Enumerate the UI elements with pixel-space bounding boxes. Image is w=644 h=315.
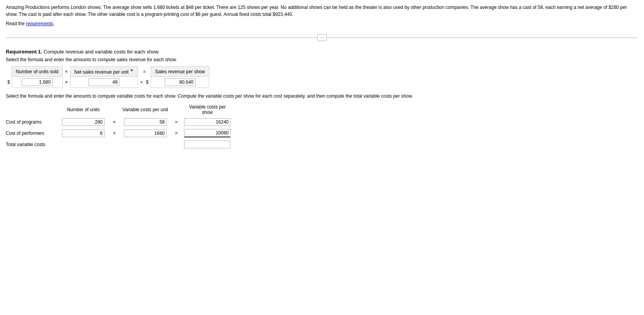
requirements-link[interactable]: requirements <box>26 21 53 26</box>
var-cost-cell <box>118 117 172 127</box>
intro-paragraph: Amazing Productions performs London show… <box>6 4 638 18</box>
rev-col2-header: Net sales revenue per unit ▼ <box>70 67 138 77</box>
rev-eq: = <box>138 67 151 77</box>
rev-result-input[interactable] <box>165 78 196 86</box>
var-operator: × <box>110 117 118 127</box>
var-units-input[interactable] <box>62 129 105 137</box>
var-row-label: Total variable costs <box>6 139 56 150</box>
link-suffix: . <box>53 21 54 26</box>
var-result-cell <box>180 117 234 127</box>
rev-equals-sign: = <box>140 79 143 85</box>
var-result-cell <box>180 139 234 150</box>
var-result-input[interactable] <box>184 141 231 148</box>
rev-col1-header: Number of units sold <box>12 67 62 77</box>
var-result-cell <box>180 127 234 139</box>
var-equals: = <box>172 127 180 139</box>
var-col1-header: Number of units <box>56 103 110 117</box>
rev-dollar2: $ <box>146 79 148 85</box>
var-cost-input[interactable] <box>124 129 167 137</box>
revenue-formula-table: Number of units sold × Net sales revenue… <box>6 66 209 88</box>
intro-text: Amazing Productions performs London show… <box>6 5 627 17</box>
var-result-input[interactable] <box>184 129 231 138</box>
rev-op1: × <box>62 67 70 77</box>
rev-dollar1: $ <box>6 77 12 88</box>
rev-col2-header-text: Net sales revenue per unit <box>74 69 129 75</box>
var-col3-header: Variable costs per show <box>180 103 234 117</box>
var-operator: × <box>110 127 118 139</box>
requirement-1-title: Requirement 1. Compute revenue and varia… <box>6 49 638 55</box>
var-units-cell <box>56 127 110 139</box>
rev-units-input[interactable] <box>22 78 53 86</box>
divider: ··· <box>6 34 638 41</box>
var-units-input[interactable] <box>62 118 105 126</box>
var-cost-input[interactable] <box>124 118 167 126</box>
var-row-label: Cost of performers <box>6 127 56 139</box>
instruction-1: Select the formula and enter the amounts… <box>6 57 638 62</box>
rev-val1 <box>12 77 62 88</box>
variable-costs-table: Number of units Variable costs per unit … <box>6 103 234 150</box>
rev-op1-row: × <box>62 77 70 88</box>
rev-price-input[interactable] <box>88 78 119 86</box>
empty-cell <box>6 67 12 77</box>
instruction-2: Select the formula and enter the amounts… <box>6 93 638 99</box>
rev-result <box>151 77 209 88</box>
read-requirements-line: Read the requirements. <box>6 21 638 26</box>
divider-dots: ··· <box>317 34 326 41</box>
var-equals: = <box>172 117 180 127</box>
var-op-header <box>110 103 118 117</box>
var-row-label: Cost of programs <box>6 117 56 127</box>
var-col2-header: Variable costs per unit <box>118 103 172 117</box>
req1-bold: Requirement 1. <box>6 49 42 55</box>
rev-val2 <box>70 77 138 88</box>
var-units-cell <box>56 117 110 127</box>
var-cost-cell <box>118 127 172 139</box>
var-eq-header <box>172 103 180 117</box>
req1-rest: Compute revenue and variable costs for e… <box>42 49 160 55</box>
read-label: Read the <box>6 21 25 26</box>
rev-eq-row: = $ <box>138 77 151 88</box>
requirement-1-section: Requirement 1. Compute revenue and varia… <box>6 49 638 150</box>
var-empty-header <box>6 103 56 117</box>
rev-col3-header: Sales revenue per show <box>151 67 209 77</box>
var-result-input[interactable] <box>184 118 231 126</box>
tooltip-indicator: ▼ <box>130 68 134 72</box>
